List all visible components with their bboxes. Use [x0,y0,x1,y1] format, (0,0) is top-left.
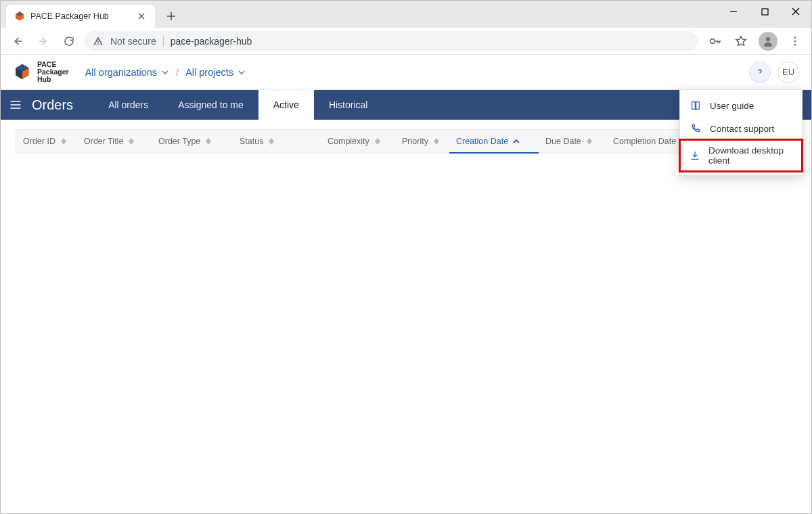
browser-toolbar: Not secure pace-packager-hub [1,28,811,55]
security-label: Not secure [110,36,156,47]
menu-toggle-button[interactable] [1,90,30,120]
address-bar[interactable]: Not secure pace-packager-hub [85,31,698,51]
app-header: PACE Packager Hub All organizations / Al… [1,55,811,90]
col-label: Creation Date [456,137,508,146]
nav-tabs: All orders Assigned to me Active Histori… [93,90,382,120]
tab-assigned[interactable]: Assigned to me [163,90,258,120]
back-button[interactable] [7,31,28,51]
user-badge-label: EU [782,67,794,77]
address-separator [163,36,164,47]
window-titlebar: PACE Packager Hub [1,1,811,28]
profile-avatar[interactable] [759,32,777,51]
sort-icon [432,136,441,147]
browser-tab-title: PACE Packager Hub [30,11,109,21]
col-order-title[interactable]: Order Title [77,130,152,153]
help-button[interactable] [749,62,771,83]
breadcrumb-project[interactable]: All projects [185,67,246,78]
breadcrumb-separator: / [176,67,179,78]
url-text: pace-packager-hub [171,36,252,47]
menu-item-download-client[interactable]: Download desktop client [680,140,802,171]
forward-button[interactable] [33,31,53,51]
book-icon [690,99,702,112]
col-order-id[interactable]: Order ID [16,130,77,153]
menu-label: Download desktop client [708,145,792,166]
menu-item-contact-support[interactable]: Contact support [680,117,802,140]
user-badge[interactable]: EU [777,62,799,83]
window-close-button[interactable] [780,1,811,22]
menu-label: User guide [710,101,754,111]
svg-point-4 [794,40,796,42]
menu-item-user-guide[interactable]: User guide [680,94,802,117]
svg-point-5 [794,43,796,45]
col-priority[interactable]: Priority [395,130,449,153]
col-label: Order ID [23,137,55,146]
window-minimize-button[interactable] [718,1,749,22]
svg-point-1 [710,39,715,43]
new-tab-button[interactable] [162,7,181,26]
breadcrumb-org[interactable]: All organizations [85,67,169,78]
col-due-date[interactable]: Due Date [539,130,606,153]
favicon-icon [14,11,25,22]
col-creation-date[interactable]: Creation Date [449,131,539,154]
col-label: Status [240,137,263,146]
key-icon[interactable] [707,33,723,49]
logo-cube-icon [13,62,32,81]
sort-icon [374,136,382,147]
window-controls [718,1,811,22]
window-maximize-button[interactable] [749,1,780,22]
download-icon [690,149,700,162]
svg-rect-0 [762,9,768,15]
logo-text-line3: Hub [37,76,69,83]
sort-asc-icon [512,136,520,147]
col-label: Order Title [84,137,123,146]
col-label: Priority [402,137,428,146]
toolbar-right [707,32,803,51]
breadcrumb: All organizations / All projects [85,67,246,78]
app-logo[interactable]: PACE Packager Hub [13,61,69,83]
col-label: Due Date [545,137,581,146]
reload-button[interactable] [59,31,79,51]
help-dropdown: User guide Contact support Download desk… [679,89,803,176]
col-label: Order Type [158,137,200,146]
menu-label: Contact support [710,124,774,134]
svg-point-2 [766,37,770,41]
tab-all-orders[interactable]: All orders [93,90,163,120]
browser-tabs: PACE Packager Hub [1,1,181,28]
sort-icon [267,136,275,147]
tab-historical[interactable]: Historical [314,90,383,120]
star-icon[interactable] [733,33,749,49]
col-order-type[interactable]: Order Type [152,130,233,153]
col-status[interactable]: Status [233,130,321,153]
browser-menu-button[interactable] [787,33,803,49]
header-actions: EU [749,62,799,83]
phone-icon [690,122,702,135]
page-title: Orders [30,90,83,120]
sort-icon [585,136,593,147]
svg-point-3 [794,37,796,39]
sort-icon [127,136,135,147]
breadcrumb-org-label: All organizations [85,67,157,78]
breadcrumb-project-label: All projects [185,67,233,78]
chevron-down-icon [238,68,246,76]
browser-tab-active[interactable]: PACE Packager Hub [6,5,155,28]
not-secure-icon [93,36,104,47]
col-label: Complexity [328,137,369,146]
tab-active[interactable]: Active [258,90,314,120]
sort-icon [60,136,68,147]
col-complexity[interactable]: Complexity [321,130,395,153]
tab-close-button[interactable] [136,11,147,22]
col-label: Completion Date [613,137,676,146]
sort-icon [204,136,212,147]
chevron-down-icon [161,68,169,76]
